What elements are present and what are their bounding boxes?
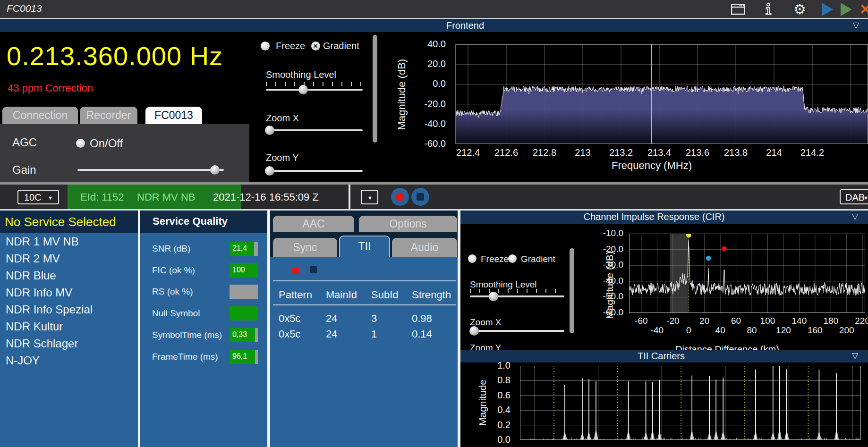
cir-freeze-toggle[interactable] [468,254,477,263]
settings-gear-icon[interactable]: ⚙ [793,1,806,17]
record-options-caret-icon: ▼ [367,195,373,201]
gradient-toggle[interactable]: ✕ [311,42,320,51]
frontend-controls-scrollbar[interactable] [373,35,377,143]
spectrum-x-tick: 213 [575,147,590,158]
close-orange-icon[interactable]: ✕ [859,1,868,17]
service-quality-header: Service Quality [140,211,267,233]
cir-controls-scrollbar[interactable] [570,248,574,333]
spectrum-y-tick: 40.0 [418,39,446,50]
tii-y-tick: 0.0 [487,434,511,445]
cir-x-tick: 160 [808,325,823,336]
service-item[interactable]: NDR Kultur [0,318,138,335]
tii-body: Magnitude 1.00.80.60.40.20.0 [460,363,868,447]
bottom-section: No Service Selected NDR 1 MV NBNDR 2 MVN… [0,211,868,447]
service-item[interactable]: N-JOY [0,352,138,369]
spectrum-plot[interactable] [455,44,868,144]
quality-value: 96,1 [232,352,247,361]
tii-title: TII Carriers [638,351,685,362]
cir-header-bar: Channel Impulse Response (CIR) ▽ [460,211,868,224]
tab-aac[interactable]: AAC [273,216,354,232]
cir-x-tick: 20 [699,316,709,326]
record-options-dropdown[interactable]: ▼ [361,190,378,204]
tii-y-tick: 0.4 [487,405,511,415]
record-button[interactable] [391,188,409,206]
cir-x-tick: -20 [666,316,679,326]
tab-audio[interactable]: Audio [392,238,457,257]
zoom-y-slider-handle[interactable] [265,166,274,176]
quality-label: FIC (ok %) [152,265,195,276]
tii-table-header: Strength [412,289,451,301]
tab-connection[interactable]: Connection [2,107,78,124]
spectrum-x-tick: 212.8 [533,147,556,158]
window-title: FC0013 [7,3,42,14]
play-blue-icon[interactable] [822,3,833,16]
tab-fc0013[interactable]: FC0013 [145,107,202,124]
spectrum-x-tick: 214 [766,147,782,158]
play-green-icon[interactable] [841,3,852,16]
gain-label: Gain [12,163,36,177]
channel-select[interactable]: 10C ▼ [17,190,59,204]
service-item[interactable]: NDR 2 MV [0,250,138,267]
zoom-x-slider-handle[interactable] [265,126,274,135]
window-icon[interactable] [731,4,745,16]
freeze-toggle[interactable] [261,42,270,51]
record-dot-icon [396,193,404,201]
service-item[interactable]: NDR Schlager [0,335,138,352]
mode-select-value: DAB [845,192,865,203]
agc-toggle[interactable] [76,139,85,148]
tii-header-bar: TII Carriers ▽ [460,350,868,363]
tab-options[interactable]: Options [359,216,457,232]
cir-plot[interactable] [629,234,865,313]
tii-table-header: MainId [326,289,357,301]
quality-bar-fill: 21,4 [230,242,254,256]
tii-collapse-icon[interactable]: ▽ [852,351,858,361]
spectrum-x-tick: 213.4 [647,147,671,158]
gradient-toggle-check-icon: ✕ [313,43,318,49]
cir-y-tick: -10.0 [596,228,623,238]
cir-y-tick: -60.0 [596,307,623,318]
spectrum-x-tick: 214.2 [800,147,824,158]
cir-zoom-x-slider-handle[interactable] [469,326,479,336]
stop-button[interactable] [411,188,429,206]
frontend-title: Frontend [446,20,484,31]
info-icon[interactable] [765,3,772,15]
cir-zoom-x-slider-track[interactable] [470,330,564,332]
service-item[interactable]: NDR Blue [0,267,138,284]
quality-bar-fill [230,306,258,320]
frontend-collapse-icon[interactable]: ▽ [853,20,859,30]
cir-body: Freeze Gradient Smoothing Level Zoom X Z… [460,224,868,347]
cir-smoothing-slider-handle[interactable] [489,292,498,301]
tab-tii[interactable]: TII [339,236,390,257]
cir-y-tick: -40.0 [596,276,623,286]
quality-value: 21,4 [232,244,247,253]
details-rule [273,280,456,281]
cir-gradient-label: Gradient [521,254,555,264]
zoom-x-slider-track[interactable] [266,129,363,131]
cir-smoothing-slider-track[interactable] [470,295,564,297]
tab-sync[interactable]: Sync [273,238,337,257]
smoothing-slider-handle[interactable] [298,85,308,94]
tii-carriers-plot[interactable] [520,366,861,440]
spectrum-x-tick: 213.8 [724,147,748,158]
gain-slider-track[interactable] [77,169,224,171]
agc-on-off-label: On/Off [90,137,123,150]
zoom-y-slider-track[interactable] [266,170,363,172]
frontend-body: 0.213.360.000 Hz 43 ppm Correction Conne… [0,32,868,182]
service-item[interactable]: NDR Info MV [0,284,138,301]
cir-gradient-toggle[interactable] [508,254,517,263]
quality-bar-snr: 21,4 [230,242,258,256]
cir-y-tick: -20.0 [596,244,623,254]
tii-table-header: Pattern [279,289,312,301]
service-item[interactable]: NDR Info Spezial [0,301,138,318]
mode-select-caret-icon: ▼ [863,195,868,201]
mode-select[interactable]: DAB ▼ [840,189,868,204]
spectrum-y-tick: -60.0 [418,138,446,149]
service-item[interactable]: NDR 1 MV NB [0,233,138,250]
cir-x-tick: 140 [792,316,807,326]
tab-recorder[interactable]: Recorder [80,107,137,124]
cir-collapse-icon[interactable]: ▽ [852,211,858,221]
ensemble-id: EId: 1152 [80,191,124,203]
tii-y-tick: 0.2 [487,420,511,430]
ppm-correction: 43 ppm Correction [8,82,93,94]
smoothing-slider-track[interactable] [266,89,363,91]
